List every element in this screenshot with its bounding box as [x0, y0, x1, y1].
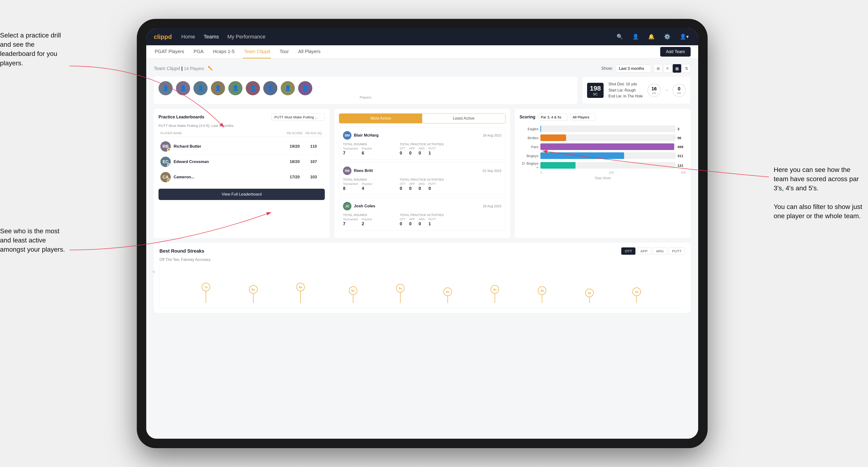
- view-sort-btn[interactable]: ⇅: [682, 64, 691, 73]
- bar-fill-birdies: [540, 134, 566, 141]
- lb-badge-silver-2: 2: [167, 163, 171, 167]
- shot-details: Shot Dist: 16 yds Start Lie: Rough End L…: [608, 81, 643, 99]
- sub-nav: PGAT Players PGA Hcaps 1-5 Team Clippd T…: [146, 45, 698, 59]
- scoring-player-filter[interactable]: All Players: [570, 114, 595, 121]
- person-icon[interactable]: 👤: [630, 33, 641, 41]
- streaks-ott-btn[interactable]: OTT: [621, 247, 636, 255]
- sub-nav-tabs: PGAT Players PGA Hcaps 1-5 Team Clippd T…: [154, 45, 660, 59]
- tab-pgat[interactable]: PGAT Players: [154, 45, 185, 59]
- three-column-grid: Practice Leaderboards PUTT Must Make Put…: [154, 109, 691, 238]
- bar-row-birdies: Birdies 96: [520, 134, 686, 141]
- activity-stats-2: Total Rounds Tournament 8 Practice 4: [343, 178, 501, 191]
- activity-stats-3: Total Rounds Tournament 7 Practice 2: [343, 213, 501, 226]
- total-rounds-group-3: Total Rounds Tournament 7 Practice 2: [343, 213, 372, 226]
- shot-circle-start: 16 yds: [647, 84, 661, 97]
- bar-track-birdies: [540, 134, 676, 141]
- profile-icon[interactable]: 👤▾: [678, 33, 691, 41]
- streak-dot-5x-1: 5x: [349, 286, 357, 303]
- activity-card: Most Active Least Active BM Blair McHarg…: [334, 109, 510, 238]
- activity-player-header-2: RB Rees Britt 02 Sep 2023: [343, 166, 501, 175]
- main-content: Team Clippd | 14 Players ✏️ Show: Last 3…: [146, 59, 698, 439]
- activity-avatar-1: BM: [343, 131, 351, 139]
- lb-badge-bronze-3: 3: [167, 179, 171, 182]
- player-avatar-7[interactable]: 👤: [263, 81, 277, 95]
- player-avatar-1[interactable]: 👤: [158, 81, 173, 95]
- least-active-tab[interactable]: Least Active: [422, 114, 505, 123]
- most-active-tab[interactable]: Most Active: [339, 114, 422, 123]
- activity-tabs: Most Active Least Active: [339, 114, 505, 123]
- total-rounds-group-2: Total Rounds Tournament 8 Practice 4: [343, 178, 372, 191]
- tab-team-clippd[interactable]: Team Clippd: [243, 45, 271, 59]
- lb-avatar-2: EC 2: [160, 157, 171, 167]
- view-card-btn[interactable]: ▦: [673, 64, 681, 73]
- nav-link-performance[interactable]: My Performance: [227, 34, 266, 40]
- player-avatar-2[interactable]: 👤: [176, 81, 190, 95]
- bar-row-bogeys: Bogeys 311: [520, 152, 686, 159]
- search-icon[interactable]: 🔍: [615, 33, 625, 41]
- activity-stats-1: Total Rounds Tournament 7 Practice 6: [343, 143, 501, 156]
- y-axis-label: %: [153, 270, 155, 274]
- bar-fill-dbogeys: [540, 162, 576, 168]
- activity-player-info-2: RB Rees Britt: [343, 166, 373, 175]
- team-header: Team Clippd | 14 Players ✏️ Show: Last 3…: [154, 64, 691, 73]
- activity-player-info-1: BM Blair McHarg: [343, 131, 379, 139]
- streaks-putt-btn[interactable]: PUTT: [669, 247, 685, 255]
- lb-badge-gold-1: 1: [167, 148, 171, 152]
- player-avatar-4[interactable]: 👤: [211, 81, 225, 95]
- nav-link-teams[interactable]: Teams: [204, 34, 219, 40]
- activity-player-info-3: JC Josh Coles: [343, 202, 375, 210]
- activity-player-card-1: BM Blair McHarg 26 Aug 2023 Total Rounds…: [339, 127, 505, 160]
- show-select[interactable]: Last 3 months Last 6 months Last year Al…: [616, 65, 651, 72]
- tab-all-players[interactable]: All Players: [297, 45, 321, 59]
- tab-tour[interactable]: Tour: [279, 45, 290, 59]
- shot-info-card: 198 SC Shot Dist: 16 yds Start Lie: Roug…: [582, 76, 691, 104]
- view-buttons: ⊞ ≡ ▦ ⇅: [654, 64, 691, 73]
- annotation-right: Here you can see how the team have score…: [774, 165, 863, 220]
- bar-fill-bogeys: [540, 152, 624, 159]
- annotation-bottom-left: See who is the most and least active amo…: [0, 226, 66, 254]
- settings-icon[interactable]: ⚙️: [662, 33, 672, 41]
- streaks-app-btn[interactable]: APP: [637, 247, 651, 255]
- practice-activities-group-3: Total Practice Activities OTT 0 APP 0: [400, 213, 501, 226]
- edit-icon[interactable]: ✏️: [208, 66, 213, 71]
- tab-hcaps[interactable]: Hcaps 1-5: [212, 45, 236, 59]
- total-rounds-group-1: Total Rounds Tournament 7 Practice 6: [343, 143, 372, 156]
- player-avatar-3[interactable]: 👤: [193, 81, 208, 95]
- nav-logo: clippd: [154, 33, 172, 40]
- view-full-leaderboard-button[interactable]: View Full Leaderboard: [158, 189, 325, 200]
- leaderboard-row-3: CA 3 Cameron... 17/20 103: [158, 169, 325, 185]
- show-control: Show: Last 3 months Last 6 months Last y…: [601, 64, 691, 73]
- player-avatar-8[interactable]: 👤: [281, 81, 295, 95]
- lb-player-info-1: RB 1 Richard Butler: [160, 141, 285, 152]
- add-team-button[interactable]: Add Team: [660, 47, 691, 57]
- bar-fill-pars: [540, 144, 674, 150]
- scoring-par-filter[interactable]: Par 3, 4 & 5s: [538, 114, 567, 121]
- lb-avatar-3: CA 3: [160, 172, 171, 182]
- practice-activities-group-1: Total Practice Activities OTT 0 APP 0: [400, 143, 501, 156]
- bar-track-pars: [540, 144, 676, 150]
- player-avatar-9[interactable]: 👤: [298, 81, 312, 95]
- bar-track-bogeys: [540, 152, 676, 159]
- streak-dot-6x-1: 6x: [249, 285, 257, 303]
- players-card: 👤 👤 👤 👤 👤 👤 👤 👤 👤 Players: [154, 76, 578, 104]
- streaks-arg-btn[interactable]: ARG: [652, 247, 667, 255]
- leaderboard-drill-select[interactable]: PUTT Must Make Putting ...: [271, 114, 325, 121]
- streaks-filter-buttons: OTT APP ARG PUTT: [621, 247, 685, 255]
- player-avatar-6[interactable]: 👤: [246, 81, 260, 95]
- shot-arrow-icon: →: [664, 88, 669, 93]
- player-avatar-5[interactable]: 👤: [228, 81, 243, 95]
- bar-track-dbogeys: [540, 162, 676, 168]
- practice-activities-group-2: Total Practice Activities OTT 0 APP 0: [400, 178, 501, 191]
- leaderboard-row-2: EC 2 Edward Crossman 18/20 107: [158, 154, 325, 169]
- view-grid-btn[interactable]: ⊞: [654, 64, 662, 73]
- tab-pga[interactable]: PGA: [193, 45, 205, 59]
- tablet-screen: clippd Home Teams My Performance 🔍 👤 🔔 ⚙…: [146, 28, 698, 439]
- nav-link-home[interactable]: Home: [181, 34, 195, 40]
- bell-icon[interactable]: 🔔: [646, 33, 656, 41]
- scoring-header: Scoring Par 3, 4 & 5s All Players: [520, 114, 686, 121]
- leaderboard-table-header: PLAYER NAME PB SCORE PB AVG SQ: [158, 131, 325, 137]
- view-list-btn[interactable]: ≡: [663, 64, 672, 73]
- activity-player-header-1: BM Blair McHarg 26 Aug 2023: [343, 131, 501, 139]
- streak-dot-3x-2: 3x: [632, 287, 641, 303]
- nav-bar: clippd Home Teams My Performance 🔍 👤 🔔 ⚙…: [146, 28, 698, 45]
